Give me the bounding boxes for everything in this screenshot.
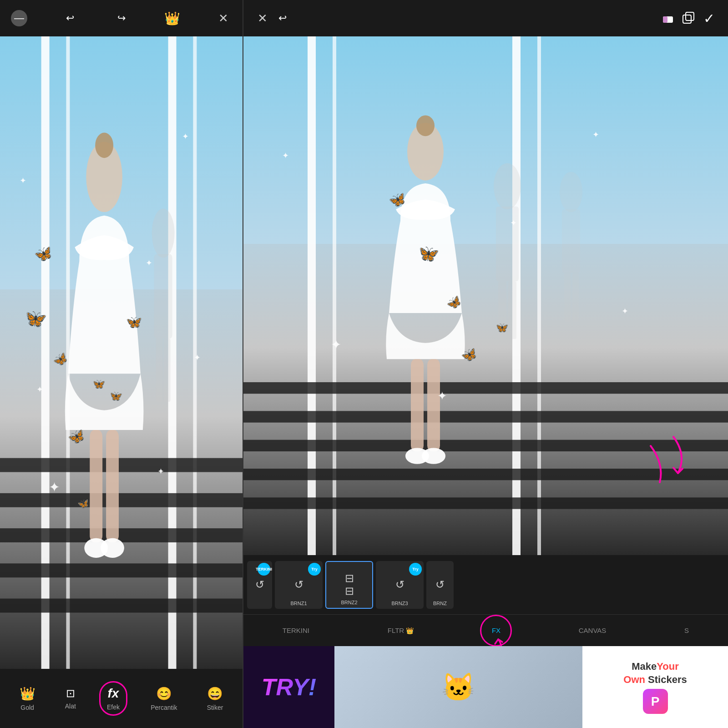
tab-terkini[interactable]: TERKINI [278, 624, 314, 637]
filter-label-brnz1: BRNZ1 [290, 601, 307, 606]
cat-image: 🐱 [334, 646, 582, 728]
svg-rect-43 [427, 359, 440, 451]
confirm-button[interactable]: ✓ [699, 8, 719, 28]
svg-rect-27 [243, 382, 728, 394]
stickers-text: MakeYourOwn Stickers [623, 660, 687, 686]
svg-rect-5 [0, 493, 243, 507]
svg-rect-10 [154, 254, 172, 339]
right-image-area: ✦ ✦ ✦ ✦ ✦ ✦ 🦋 🦋 🦋 🦋 🦋 [243, 36, 728, 555]
filter-label-brnz3: BRNZ3 [391, 601, 408, 606]
svg-rect-16 [106, 430, 119, 542]
svg-point-41 [416, 116, 435, 136]
filter-sliders-icon: ⊟⊟ [345, 572, 354, 597]
tab-canvas[interactable]: CANVAS [574, 624, 611, 637]
filter-item-brnz2[interactable]: ⊟⊟ BRNZ2 [325, 561, 373, 609]
filter-undo-icon-0: ↺ [255, 578, 264, 591]
filter-undo-icon-4: ↺ [435, 578, 445, 591]
picsart-logo[interactable]: P [643, 689, 668, 714]
svg-rect-4 [0, 458, 243, 472]
left-top-bar: — ↩ ↪ 👑 ✕ [0, 0, 243, 36]
ad-cat-section: 🐱 [334, 646, 582, 728]
ad-banner: TRY! 🐱 MakeYourOwn Stickers P [243, 646, 728, 728]
filter-label-brnz4: BRNZ [433, 601, 447, 606]
svg-rect-39 [572, 273, 579, 322]
copy-layers-button[interactable] [679, 8, 699, 28]
svg-rect-6 [0, 528, 243, 542]
filter-item-partial[interactable]: TERKINI ↺ [247, 561, 272, 609]
ad-try-section[interactable]: TRY! [243, 646, 334, 728]
svg-rect-29 [243, 440, 728, 451]
stairs-right [243, 36, 728, 555]
svg-rect-8 [0, 599, 243, 613]
svg-point-14 [95, 133, 113, 158]
filter-item-brnz4[interactable]: ↺ BRNZ [426, 561, 454, 609]
right-photo: ✦ ✦ ✦ ✦ ✦ ✦ 🦋 🦋 🦋 🦋 🦋 [243, 36, 728, 555]
close-button-right[interactable]: ✕ [253, 8, 273, 28]
filter-item-brnz1[interactable]: Try ↺ BRNZ1 [275, 561, 323, 609]
close-button-left[interactable]: ✕ [213, 8, 233, 28]
tab-fltr[interactable]: FLTR 👑 [383, 624, 418, 637]
efek-tool[interactable]: fx Efek [99, 681, 127, 716]
copy-icon [682, 11, 696, 25]
svg-rect-35 [508, 281, 516, 339]
eraser-button[interactable] [659, 8, 679, 28]
tab-s[interactable]: S [680, 624, 693, 637]
svg-rect-30 [243, 469, 728, 480]
svg-rect-38 [564, 273, 571, 322]
svg-rect-33 [496, 207, 519, 282]
svg-rect-15 [90, 430, 102, 542]
stiker-tool[interactable]: 😄 Stiker [201, 682, 230, 715]
percantik-tool[interactable]: 😊 Percantik [144, 682, 183, 715]
svg-rect-20 [663, 16, 667, 23]
svg-rect-34 [498, 281, 506, 339]
try-badge-3: Try [409, 563, 422, 576]
efek-label: Efek [107, 703, 120, 711]
fltr-crown-icon: 👑 [406, 627, 414, 634]
undo-button-right[interactable]: ↩ [273, 8, 293, 28]
svg-rect-21 [683, 15, 691, 23]
left-image-area: ✦ ✦ ✦ ✦ ✦ ✦ ✦ 🦋 🦋 🦋 🦋 🦋 🦋 🦋 🦋 [0, 36, 243, 669]
left-bottom-toolbar: 👑 Gold ⊡ Alat fx Efek 😊 Percantik 😄 Stik… [0, 669, 243, 728]
left-panel: — ↩ ↪ 👑 ✕ [0, 0, 243, 728]
svg-rect-37 [562, 209, 580, 273]
try-badge-1: Try [308, 563, 321, 576]
stairs-left [0, 36, 243, 669]
redo-button-left[interactable]: ↪ [111, 8, 131, 28]
svg-rect-28 [243, 411, 728, 422]
try-text: TRY! [262, 673, 316, 701]
minimize-button[interactable]: — [9, 8, 29, 28]
try-badge-0: TERKINI [258, 563, 270, 576]
eraser-icon [662, 13, 676, 24]
gold-icon: 👑 [20, 686, 35, 701]
alat-label: Alat [65, 703, 76, 710]
left-photo: ✦ ✦ ✦ ✦ ✦ ✦ ✦ 🦋 🦋 🦋 🦋 🦋 🦋 🦋 🦋 [0, 36, 243, 669]
svg-point-45 [422, 448, 445, 464]
gold-tool[interactable]: 👑 Gold [13, 682, 42, 715]
undo-button-left[interactable]: ↩ [60, 8, 80, 28]
gold-label: Gold [20, 704, 34, 711]
crown-button-left[interactable]: 👑 [162, 8, 182, 28]
svg-rect-22 [686, 12, 694, 20]
svg-rect-7 [0, 563, 243, 577]
fx-circle-annotation [480, 615, 512, 647]
percantik-label: Percantik [151, 704, 177, 711]
stiker-icon: 😄 [207, 686, 223, 701]
tab-fx[interactable]: FX [487, 624, 505, 637]
bottom-nav: TERKINI FLTR 👑 FX CANVAS S [243, 614, 728, 646]
svg-rect-42 [411, 359, 424, 451]
svg-point-32 [494, 163, 521, 209]
filter-item-brnz3[interactable]: Try ↺ BRNZ3 [376, 561, 424, 609]
right-top-bar: ✕ ↩ ✓ [243, 0, 728, 36]
alat-icon: ⊡ [66, 687, 75, 700]
svg-point-18 [101, 538, 124, 558]
percantik-icon: 😊 [156, 686, 172, 701]
svg-rect-31 [243, 497, 728, 509]
efek-icon: fx [108, 686, 119, 701]
filter-label-brnz2: BRNZ2 [341, 600, 357, 605]
ad-stickers-section[interactable]: MakeYourOwn Stickers P [582, 646, 728, 728]
svg-point-9 [152, 208, 175, 258]
filter-undo-icon-3: ↺ [395, 578, 404, 591]
stiker-label: Stiker [207, 704, 223, 711]
svg-rect-12 [164, 339, 171, 402]
alat-tool[interactable]: ⊡ Alat [59, 683, 82, 713]
